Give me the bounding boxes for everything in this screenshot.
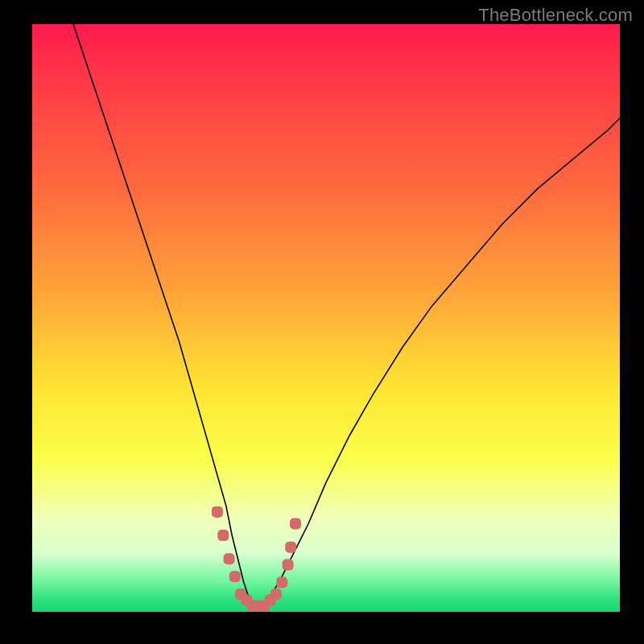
chart-overlay — [32, 24, 620, 612]
sweet-spot-marker — [290, 518, 301, 530]
sweet-spot-marker — [217, 530, 229, 541]
sweet-spot-marker — [212, 506, 223, 518]
sweet-spot-marker — [224, 553, 235, 564]
sweet-spot-marker — [283, 559, 294, 571]
sweet-spot-marker — [270, 588, 282, 600]
sweet-spot-marker — [229, 571, 241, 582]
watermark-text: TheBottleneck.com — [478, 5, 633, 26]
bottleneck-curve — [73, 24, 620, 606]
chart-frame: TheBottleneck.com — [0, 0, 644, 644]
sweet-spot-marker — [276, 577, 287, 588]
sweet-spot-marker — [285, 542, 296, 553]
sweet-spot-markers — [212, 506, 301, 612]
